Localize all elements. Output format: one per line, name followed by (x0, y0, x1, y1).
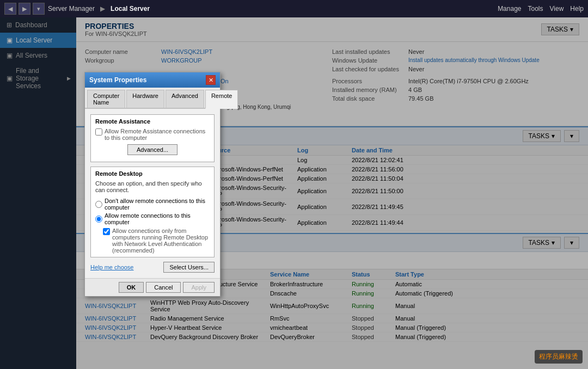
radio-no-remote-label: Don't allow remote connections to this c… (105, 198, 210, 211)
dialog-ok-button[interactable]: OK (119, 282, 144, 293)
watermark: 程序员麻辣烫 (535, 350, 583, 364)
radio-allow-remote: Allow remote connections to this compute… (95, 212, 210, 225)
select-users-button[interactable]: Select Users... (163, 262, 215, 273)
nla-label: Allow connections only from computers ru… (112, 227, 210, 254)
nla-checkbox[interactable] (103, 228, 110, 235)
nla-checkbox-row: Allow connections only from computers ru… (103, 227, 210, 254)
forward-button[interactable]: ▶ (19, 3, 30, 15)
dialog-cancel-button[interactable]: Cancel (146, 282, 181, 293)
breadcrumb-separator: ▶ (100, 5, 105, 13)
remote-desktop-title: Remote Desktop (95, 170, 210, 177)
dialog-apply-button[interactable]: Apply (183, 282, 215, 293)
remote-assistance-label: Allow Remote Assistance connections to t… (105, 128, 210, 141)
remote-assistance-advanced-button[interactable]: Advanced... (127, 144, 177, 155)
system-properties-dialog: System Properties ✕ Computer Name Hardwa… (84, 72, 220, 297)
nav-buttons: ◀ ▶ ▾ (4, 3, 45, 15)
help-me-choose-link[interactable]: Help me choose (90, 264, 134, 270)
radio-allow-remote-input[interactable] (95, 216, 102, 223)
tab-hardware[interactable]: Hardware (126, 90, 164, 108)
remote-desktop-desc: Choose an option, and then specify who c… (95, 180, 210, 193)
app-title: Server Manager (48, 5, 95, 13)
remote-assistance-checkbox-row: Allow Remote Assistance connections to t… (95, 128, 210, 141)
radio-allow-remote-label: Allow remote connections to this compute… (105, 212, 210, 225)
menu-view[interactable]: View (550, 5, 564, 13)
dialog-overlay: System Properties ✕ Computer Name Hardwa… (0, 17, 588, 369)
dialog-tabs: Computer Name Hardware Advanced Remote (85, 88, 220, 109)
radio-no-remote-input[interactable] (95, 201, 102, 208)
remote-assistance-section: Remote Assistance Allow Remote Assistanc… (90, 114, 215, 162)
remote-assistance-checkbox[interactable] (95, 128, 102, 136)
radio-no-remote: Don't allow remote connections to this c… (95, 198, 210, 211)
dialog-title: System Properties (89, 76, 146, 84)
dialog-body: Remote Assistance Allow Remote Assistanc… (85, 109, 220, 278)
top-bar: ◀ ▶ ▾ Server Manager ▶ Local Server Mana… (0, 0, 588, 17)
dialog-titlebar: System Properties ✕ (85, 72, 220, 88)
dropdown-button[interactable]: ▾ (33, 3, 45, 15)
menu-help[interactable]: Help (570, 5, 584, 13)
back-button[interactable]: ◀ (4, 3, 16, 15)
dialog-footer: OK Cancel Apply (85, 278, 220, 296)
tab-advanced[interactable]: Advanced (166, 90, 204, 108)
breadcrumb-current: Local Server (111, 5, 150, 13)
menu-tools[interactable]: Tools (528, 5, 543, 13)
menu-manage[interactable]: Manage (498, 5, 521, 13)
remote-desktop-section: Remote Desktop Choose an option, and the… (90, 167, 215, 257)
tab-computer-name[interactable]: Computer Name (87, 90, 125, 108)
dialog-help-row: Help me choose Select Users... (90, 262, 215, 273)
tab-remote[interactable]: Remote (205, 90, 238, 109)
top-menu: Manage Tools View Help (498, 5, 584, 13)
remote-assistance-title: Remote Assistance (95, 118, 210, 125)
dialog-close-button[interactable]: ✕ (206, 75, 216, 85)
